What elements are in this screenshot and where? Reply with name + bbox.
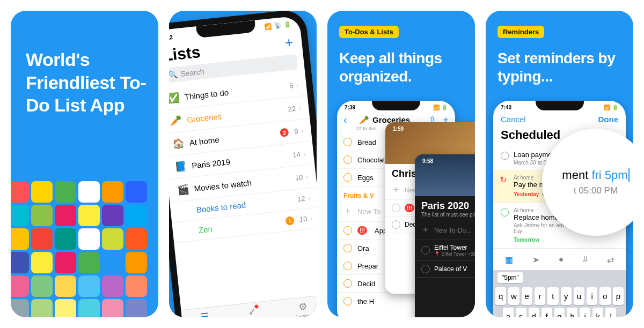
checkbox[interactable]	[392, 220, 400, 229]
list-name: Movies to watch	[194, 174, 292, 193]
keyboard: qwertyuiop asdfghjkl	[493, 285, 626, 317]
key-a[interactable]: a	[503, 308, 514, 317]
key-s[interactable]: s	[516, 308, 526, 317]
headline-text: Keep all things organized.	[339, 49, 465, 85]
checkbox[interactable]	[343, 244, 352, 252]
list-count: 5	[289, 81, 294, 90]
location-icon[interactable]: ➤	[532, 255, 539, 265]
checkbox[interactable]	[343, 138, 352, 146]
add-list-button[interactable]: +	[284, 34, 294, 51]
cancel-button[interactable]: Cancel	[501, 115, 526, 124]
key-j[interactable]: j	[580, 308, 590, 317]
tab-settings[interactable]: ⚙Settings	[294, 300, 313, 317]
key-k[interactable]: k	[592, 308, 603, 317]
list-name: Zen	[198, 217, 286, 235]
tab-lists[interactable]: ☰Lists	[199, 311, 211, 317]
key-u[interactable]: u	[574, 287, 584, 305]
list-emoji: ✅	[169, 91, 181, 105]
chevron-right-icon: ›	[303, 150, 306, 158]
done-button[interactable]: Done	[598, 115, 619, 124]
checkbox[interactable]	[392, 204, 400, 212]
feature-chip: Reminders	[497, 26, 544, 38]
card-subtitle: The list of must-see places	[415, 212, 475, 221]
status-time: 8:12	[169, 33, 173, 41]
search-placeholder: Search	[180, 67, 204, 78]
priority-icon[interactable]: ●	[559, 255, 564, 265]
list-count: 14	[292, 150, 301, 159]
chevron-right-icon: ›	[305, 173, 309, 181]
key-p[interactable]: p	[613, 287, 624, 305]
lists-icon: ☰	[200, 311, 209, 317]
suggestion[interactable]: "5pm"	[497, 272, 523, 283]
checkbox[interactable]	[343, 297, 352, 305]
keyboard-suggestion-bar: "5pm"	[493, 270, 626, 285]
list-name: Paris 2019	[191, 151, 290, 170]
chevron-right-icon: ›	[310, 214, 313, 222]
badge: 2	[280, 128, 289, 137]
key-g[interactable]: g	[554, 308, 565, 317]
checkbox[interactable]	[343, 155, 352, 164]
checkbox[interactable]	[501, 152, 509, 160]
calendar-icon[interactable]: ▦	[505, 255, 513, 265]
key-f[interactable]: f	[541, 308, 552, 317]
key-y[interactable]: y	[561, 287, 572, 305]
todo-row[interactable]: Palace of V	[415, 261, 475, 278]
status-icons: 📶 🔋	[604, 105, 618, 110]
key-h[interactable]: h	[567, 308, 577, 317]
key-q[interactable]: q	[495, 287, 506, 305]
todo-text: Palace of V	[434, 265, 467, 273]
signal-icon: 📶	[264, 23, 272, 30]
marketing-panel-1: World's Friendliest To-Do List App	[11, 11, 158, 317]
tag-icon[interactable]: #	[583, 255, 588, 265]
list-count: 22	[288, 104, 296, 113]
key-l[interactable]: l	[605, 308, 616, 317]
key-r[interactable]: r	[535, 287, 545, 305]
checkbox[interactable]	[421, 265, 430, 273]
chevron-right-icon: ›	[308, 194, 311, 202]
list-name: At home	[189, 129, 281, 147]
tab-todos[interactable]: ✓To-dos	[244, 305, 260, 317]
checkbox[interactable]	[421, 246, 430, 255]
todo-text: Eiffel Tower	[434, 244, 475, 251]
status-time: 7:39	[345, 105, 355, 110]
list-count: 10	[299, 215, 308, 223]
list-count: 10	[295, 173, 303, 182]
todos-icon: ✓	[247, 306, 257, 317]
marketing-panel-2: 8:12 📶📡🔋 Lists + 🔍 Search ✅Things to do5…	[169, 11, 317, 317]
todo-meta: 📍 Eiffel Tower ~5574,7 km	[434, 251, 475, 257]
tab-bar: ☰Lists ✓To-dos ⚙Settings	[181, 294, 317, 317]
list-count: 12	[297, 195, 305, 203]
priority-badge: !!!	[357, 226, 367, 235]
list-icon[interactable]: ⇄	[607, 255, 614, 265]
input-toolbar: ▦ ➤ ● # ⇄	[493, 249, 626, 270]
todo-row[interactable]: Eiffel Tower📍 Eiffel Tower ~5574,7 km	[415, 240, 475, 261]
status-icons: 📶 🔋	[433, 105, 448, 110]
due-date: Yesterday	[514, 191, 539, 197]
key-o[interactable]: o	[599, 287, 610, 305]
key-t[interactable]: t	[547, 287, 558, 305]
plus-icon: +	[343, 206, 352, 217]
todo-text: Eggs	[357, 174, 374, 182]
key-i[interactable]: i	[587, 287, 597, 305]
checkbox[interactable]	[343, 226, 352, 235]
checkbox[interactable]	[343, 173, 352, 182]
paris-card: 9:58 Paris 2020 The list of must-see pla…	[415, 154, 475, 317]
list-name: Things to do	[184, 81, 287, 101]
todo-text: Prepar	[357, 262, 378, 270]
gear-icon: ⚙	[298, 301, 308, 314]
todo-text: Bread	[357, 138, 376, 146]
checkbox[interactable]	[343, 262, 352, 270]
key-e[interactable]: e	[522, 287, 532, 305]
todo-text: Ora	[357, 244, 369, 252]
card-title: Paris 2020	[415, 196, 475, 212]
new-todo-row[interactable]: +New To-Do...	[415, 221, 475, 240]
back-button[interactable]: ‹	[343, 114, 347, 126]
headline-text: Set reminders by typing...	[497, 49, 624, 85]
key-w[interactable]: w	[508, 287, 519, 305]
list-count: 9	[294, 127, 298, 136]
key-d[interactable]: d	[529, 308, 539, 317]
checkbox[interactable]	[501, 208, 509, 217]
checkbox[interactable]	[343, 279, 352, 288]
list-emoji: 🥕	[169, 114, 183, 128]
marketing-panel-4: Reminders Set reminders by typing... 7:4…	[486, 11, 633, 317]
